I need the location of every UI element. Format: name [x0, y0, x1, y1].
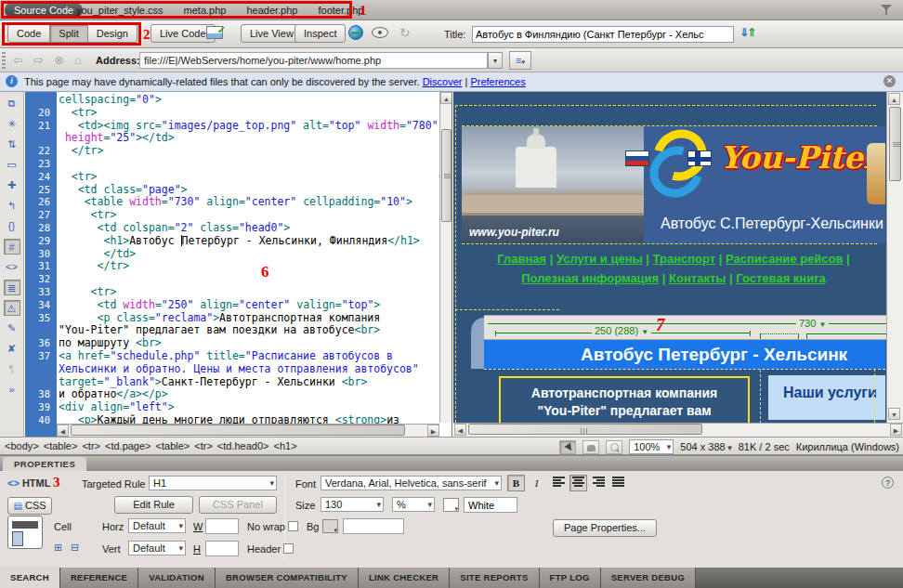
scrollbar-thumb[interactable]	[889, 107, 901, 181]
html-mode-button[interactable]: <> HTML	[7, 477, 50, 489]
height-input[interactable]	[205, 541, 239, 556]
align-center-icon[interactable]	[569, 475, 587, 491]
magnification-combo[interactable]: 100%	[629, 439, 674, 454]
live-view-button[interactable]: Live View	[241, 24, 303, 43]
scrollbar-thumb[interactable]	[468, 424, 702, 435]
targeted-rule-combo[interactable]: H1	[149, 476, 277, 490]
browser-compatibility-icon[interactable]	[206, 26, 223, 39]
more-icon[interactable]: »	[4, 382, 20, 398]
scroll-up-icon[interactable]: ▲	[440, 92, 452, 104]
nav-link[interactable]: Контакты	[669, 271, 726, 285]
code-navigator-icon[interactable]: ✳	[4, 116, 20, 132]
forward-icon[interactable]: ⇨	[33, 53, 44, 67]
help-icon[interactable]: ?	[882, 477, 894, 489]
balance-braces-icon[interactable]: {}	[4, 218, 20, 234]
word-wrap-icon[interactable]: ≣	[4, 280, 20, 295]
tag-selector-item[interactable]: <td.head0>	[217, 440, 269, 451]
title-input[interactable]	[472, 26, 734, 43]
css-panel-button[interactable]: CSS Panel	[199, 496, 277, 514]
preferences-link[interactable]: Preferences	[470, 76, 525, 87]
code-editor[interactable]: cellspacing="0"> <tr> <td><img src="imag…	[57, 92, 439, 437]
open-documents-icon[interactable]: ⧉	[4, 96, 20, 111]
properties-tab[interactable]: PROPERTIES	[3, 457, 86, 471]
results-tab[interactable]: SEARCH	[0, 568, 60, 588]
results-tab[interactable]: VALIDATION	[138, 568, 216, 588]
remove-comment-icon[interactable]: ✘	[4, 341, 20, 357]
code-horizontal-scrollbar[interactable]: ◀ ▶	[57, 424, 439, 437]
nav-link[interactable]: Полезная информация	[521, 271, 659, 285]
scroll-left-icon[interactable]: ◀	[57, 425, 69, 437]
bg-color-swatch[interactable]	[322, 519, 338, 533]
nav-link[interactable]: Расписание рейсов	[726, 252, 843, 266]
nav-link[interactable]: Услуги и цены	[556, 252, 643, 266]
view-options-icon[interactable]: ≡▾	[509, 51, 531, 70]
discover-link[interactable]: Discover	[423, 76, 463, 87]
design-vertical-scrollbar[interactable]: ▲ ▼	[886, 92, 903, 423]
highlight-invalid-code-icon[interactable]: <>	[4, 259, 20, 275]
merge-cells-icon[interactable]: ⊞	[54, 542, 62, 554]
line-numbers-icon[interactable]: #	[4, 239, 20, 255]
results-tab[interactable]: FTP LOG	[540, 568, 601, 588]
unit-combo[interactable]: %	[392, 497, 435, 512]
tag-selector-item[interactable]: <body>	[5, 440, 39, 451]
results-tab[interactable]: SITE REPORTS	[450, 568, 539, 588]
width-input[interactable]	[205, 518, 239, 534]
tag-selector-item[interactable]: <td.page>	[105, 440, 151, 451]
edit-rule-button[interactable]: Edit Rule	[114, 496, 193, 514]
preview-in-browser-icon[interactable]	[348, 25, 363, 40]
code-vertical-scrollbar[interactable]: ▲	[439, 92, 452, 423]
design-view-pane[interactable]: www.you-piter.ru You-Piter Автобус С.Пет…	[453, 92, 903, 437]
nowrap-checkbox[interactable]	[288, 521, 298, 531]
column-width-value[interactable]: 250 (288) ▼	[592, 325, 651, 336]
scrollbar-thumb[interactable]	[71, 425, 405, 436]
select-tool-icon[interactable]	[559, 440, 576, 454]
text-color-swatch[interactable]	[443, 498, 459, 512]
nav-link[interactable]: Гостевая книга	[736, 271, 826, 285]
split-cell-icon[interactable]: ⊟	[71, 542, 79, 554]
close-icon[interactable]: ✕	[883, 75, 896, 87]
align-left-icon[interactable]	[550, 475, 568, 491]
bg-input[interactable]	[343, 518, 404, 534]
tag-selector-item[interactable]: <tr>	[194, 440, 213, 451]
zoom-tool-icon[interactable]	[606, 440, 622, 454]
filter-icon[interactable]	[881, 5, 892, 16]
tag-selector-item[interactable]: <h1>	[274, 440, 297, 451]
visual-aids-icon[interactable]	[372, 27, 388, 38]
home-icon[interactable]: ⌂	[74, 53, 82, 67]
page-properties-button[interactable]: Page Properties...	[553, 519, 657, 537]
address-dropdown-icon[interactable]: ▾	[488, 52, 503, 69]
page-heading-bar[interactable]: Автобус Петербург - Хельсинк	[484, 340, 885, 369]
scroll-right-icon[interactable]: ▶	[890, 424, 902, 436]
format-source-icon[interactable]: ¶	[4, 361, 20, 377]
back-icon[interactable]: ⇦	[13, 53, 23, 67]
stop-icon[interactable]: ⊗	[54, 53, 64, 67]
horz-combo[interactable]: Default	[128, 518, 186, 533]
table-width-indicator[interactable]: 730 ▼ 250 (288) ▼	[484, 315, 903, 340]
vert-combo[interactable]: Default	[128, 541, 186, 555]
design-horizontal-scrollbar[interactable]: ◀ ▶	[453, 423, 903, 437]
color-value-input[interactable]	[464, 497, 517, 513]
hand-tool-icon[interactable]	[582, 440, 599, 454]
results-tab[interactable]: LINK CHECKER	[359, 568, 450, 588]
services-cell[interactable]: Наши услуги	[768, 375, 885, 420]
italic-button[interactable]: I	[528, 475, 545, 491]
tag-selector-item[interactable]: <table>	[156, 440, 190, 451]
results-tab[interactable]: BROWSER COMPATIBILITY	[216, 568, 359, 588]
results-tab[interactable]: SERVER DEBUG	[601, 568, 696, 588]
get-put-files-icon[interactable]: ⇓⇑	[739, 26, 754, 39]
align-justify-icon[interactable]	[609, 475, 627, 491]
tag-selector-item[interactable]: <table>	[44, 440, 78, 451]
nav-link[interactable]: Главная	[497, 252, 546, 266]
tag-selector-item[interactable]: <tr>	[82, 440, 100, 451]
align-right-icon[interactable]	[590, 475, 608, 491]
scroll-up-icon[interactable]: ▲	[888, 93, 900, 105]
font-combo[interactable]: Verdana, Arial, Helvetica, sans-serif	[321, 476, 502, 490]
collapse-full-tag-icon[interactable]: ⇅	[4, 137, 20, 152]
syntax-error-alerts-icon[interactable]: ⚠	[4, 300, 20, 316]
scroll-left-icon[interactable]: ◀	[454, 424, 466, 436]
window-size-value[interactable]: 504 x 388	[680, 441, 731, 452]
scrollbar-thumb[interactable]	[441, 129, 452, 222]
css-mode-button[interactable]: ▤ CSS	[7, 497, 52, 515]
results-tab[interactable]: REFERENCE	[60, 568, 138, 588]
inspect-button[interactable]: Inspect	[294, 24, 346, 43]
